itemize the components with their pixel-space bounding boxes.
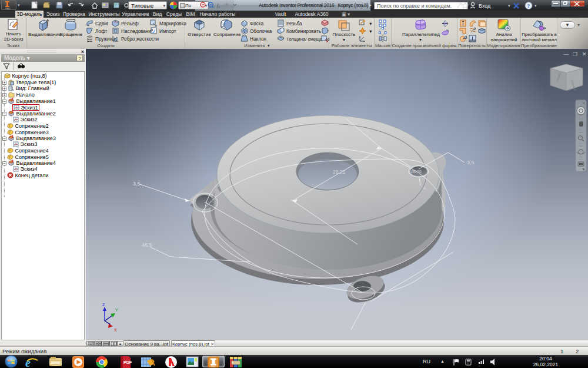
- svg-text:—: —: [563, 51, 569, 57]
- svg-text:?: ?: [527, 3, 530, 9]
- svg-text:3,5: 3,5: [133, 181, 141, 187]
- svg-text:fx: fx: [217, 2, 220, 9]
- svg-text:PRO: PRO: [5, 7, 11, 10]
- svg-text:28,25: 28,25: [333, 169, 346, 175]
- svg-text:PRO: PRO: [211, 366, 216, 368]
- svg-text:PDF: PDF: [123, 360, 132, 364]
- svg-text:▾: ▾: [508, 4, 510, 8]
- svg-text:✕: ✕: [582, 51, 587, 57]
- svg-text:▾: ▾: [534, 4, 537, 8]
- svg-text:❐: ❐: [573, 51, 577, 57]
- svg-text:Вход: Вход: [479, 3, 491, 9]
- svg-text:4: 4: [423, 186, 426, 190]
- svg-text:Z: Z: [102, 303, 105, 307]
- svg-text:X: X: [114, 328, 117, 332]
- svg-text:46,5: 46,5: [142, 242, 152, 248]
- svg-text:3,5: 3,5: [467, 160, 475, 165]
- svg-text:Ø6,00: Ø6,00: [411, 170, 422, 174]
- svg-text:Y: Y: [115, 308, 118, 312]
- svg-text:?: ?: [78, 56, 81, 61]
- svg-text:e: e: [25, 356, 31, 368]
